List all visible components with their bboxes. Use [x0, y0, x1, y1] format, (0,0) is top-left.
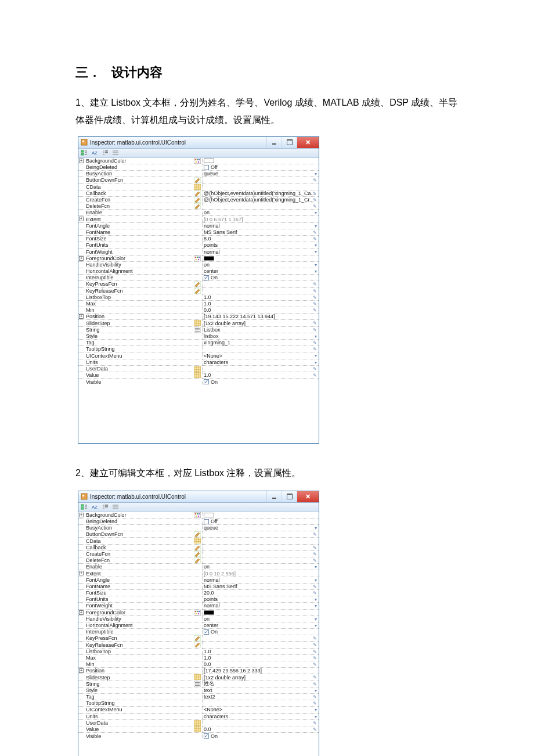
property-value[interactable]: [1x2 double array]✎ — [203, 320, 319, 326]
edit-icon[interactable]: ✎ — [313, 327, 317, 333]
property-name[interactable]: Enable — [78, 210, 203, 216]
edit-icon[interactable]: ✎ — [313, 649, 317, 654]
property-name[interactable]: Tag — [78, 340, 203, 346]
property-name[interactable]: SliderStep — [78, 674, 203, 681]
property-name[interactable]: DeleteFcn — [78, 203, 203, 210]
property-name[interactable]: Style — [78, 687, 203, 694]
expand-icon[interactable]: + — [79, 610, 84, 615]
property-name[interactable]: UIContextMenu — [78, 707, 203, 713]
dropdown-icon[interactable]: ▾ — [315, 243, 317, 248]
close-button[interactable]: ✕ — [297, 137, 319, 148]
property-name[interactable]: Max — [78, 655, 203, 661]
property-value[interactable]: 0.0✎ — [203, 661, 319, 668]
pencil-icon[interactable] — [194, 190, 201, 197]
property-value[interactable]: normal▾ — [203, 249, 319, 255]
property-value[interactable] — [203, 538, 319, 544]
property-value[interactable] — [203, 512, 319, 519]
property-value[interactable]: text2✎ — [203, 694, 319, 700]
property-value[interactable]: listbox▾ — [203, 333, 319, 340]
property-name[interactable]: Value — [78, 372, 203, 379]
property-name[interactable]: +Extent — [78, 570, 203, 577]
pencil-icon[interactable] — [194, 635, 201, 642]
property-value[interactable]: on▾ — [203, 262, 319, 268]
property-name[interactable]: FontWeight — [78, 603, 203, 609]
property-value[interactable]: ✎ — [203, 720, 319, 726]
grid-icon[interactable] — [194, 726, 201, 733]
edit-icon[interactable]: ✎ — [313, 584, 317, 589]
dropdown-icon[interactable]: ▾ — [315, 334, 317, 339]
property-name[interactable]: Visible — [78, 379, 203, 385]
property-name[interactable]: +BackgroundColor — [78, 158, 203, 164]
property-name[interactable]: +ForegroundColor — [78, 610, 203, 616]
property-value[interactable]: 8.0✎ — [203, 236, 319, 242]
expand-icon[interactable]: + — [79, 217, 84, 221]
property-name[interactable]: Interruptible — [78, 629, 203, 635]
property-value[interactable]: [17.429 29.556 16 2.333] — [203, 668, 319, 674]
edit-icon[interactable]: ✎ — [313, 591, 317, 596]
grid-icon[interactable] — [194, 538, 201, 544]
property-name[interactable]: FontSize — [78, 590, 203, 596]
property-name[interactable]: BusyAction — [78, 171, 203, 177]
property-value[interactable] — [203, 158, 319, 164]
edit-icon[interactable]: ✎ — [313, 282, 317, 287]
edit-icon[interactable]: ✎ — [313, 204, 317, 209]
edit-icon[interactable]: ✎ — [313, 295, 317, 300]
pal-icon[interactable] — [194, 610, 201, 616]
property-name[interactable]: Style — [78, 333, 203, 340]
edit-icon[interactable]: ✎ — [313, 289, 317, 294]
property-name[interactable]: UIContextMenu — [78, 352, 203, 359]
property-value[interactable]: On — [203, 629, 319, 635]
edit-icon[interactable]: ✎ — [313, 675, 317, 680]
checkbox-icon[interactable] — [204, 629, 209, 635]
property-value[interactable]: 1.0✎ — [203, 294, 319, 301]
property-value[interactable]: ✎ — [203, 531, 319, 538]
property-value[interactable]: Off — [203, 164, 319, 171]
expand-icon[interactable]: + — [79, 571, 84, 575]
property-value[interactable]: ✎ — [203, 177, 319, 183]
property-value[interactable]: ✎ — [203, 642, 319, 648]
property-name[interactable]: Tag — [78, 694, 203, 700]
property-name[interactable]: +BackgroundColor — [78, 512, 203, 519]
property-name[interactable]: CreateFcn — [78, 197, 203, 203]
grid-icon[interactable] — [194, 372, 201, 379]
property-name[interactable]: Min — [78, 307, 203, 314]
property-name[interactable]: BusyAction — [78, 525, 203, 531]
property-name[interactable]: KeyReleaseFcn — [78, 642, 203, 648]
property-value[interactable]: MS Sans Serif✎ — [203, 584, 319, 590]
property-name[interactable]: FontAngle — [78, 223, 203, 229]
property-value[interactable]: points▾ — [203, 596, 319, 603]
property-name[interactable]: ListboxTop — [78, 294, 203, 301]
property-value[interactable]: center▾ — [203, 622, 319, 629]
property-name[interactable]: BeingDeleted — [78, 519, 203, 525]
edit-icon[interactable]: ✎ — [313, 308, 317, 313]
property-name[interactable]: FontAngle — [78, 577, 203, 584]
property-name[interactable]: CreateFcn — [78, 551, 203, 557]
pencil-icon[interactable] — [194, 545, 201, 551]
checkbox-icon[interactable] — [204, 275, 209, 280]
dropdown-icon[interactable]: ▾ — [315, 224, 317, 229]
property-value[interactable]: [0 0 10 2.556] — [203, 570, 319, 577]
property-name[interactable]: CData — [78, 184, 203, 190]
property-value[interactable]: ✎ — [203, 700, 319, 707]
property-value[interactable]: normal▾ — [203, 577, 319, 584]
property-name[interactable]: TooltipString — [78, 346, 203, 352]
dropdown-icon[interactable]: ▾ — [315, 564, 317, 570]
dropdown-icon[interactable]: ▾ — [315, 171, 317, 177]
property-value[interactable]: 1.0✎ — [203, 655, 319, 661]
dropdown-icon[interactable]: ▾ — [315, 210, 317, 215]
titlebar[interactable]: Inspector: matlab.ui.control.UIControl ✕ — [78, 491, 319, 503]
expand-icon[interactable]: + — [79, 314, 84, 319]
titlebar[interactable]: Inspector: matlab.ui.control.UIControl ✕ — [78, 137, 319, 149]
pencil-icon[interactable] — [194, 203, 201, 210]
toolbar-sort-cat-icon[interactable] — [80, 503, 89, 511]
edit-icon[interactable]: ✎ — [313, 347, 317, 352]
edit-icon[interactable]: ✎ — [313, 558, 317, 563]
checkbox-icon[interactable] — [204, 379, 209, 384]
edit-icon[interactable]: ✎ — [313, 373, 317, 378]
property-name[interactable]: FontUnits — [78, 242, 203, 249]
property-value[interactable]: ✎ — [203, 635, 319, 642]
toolbar-list-icon[interactable] — [111, 503, 120, 511]
property-name[interactable]: Max — [78, 301, 203, 307]
property-value[interactable]: 姓名✎ — [203, 681, 319, 687]
edit-icon[interactable]: ✎ — [313, 230, 317, 235]
